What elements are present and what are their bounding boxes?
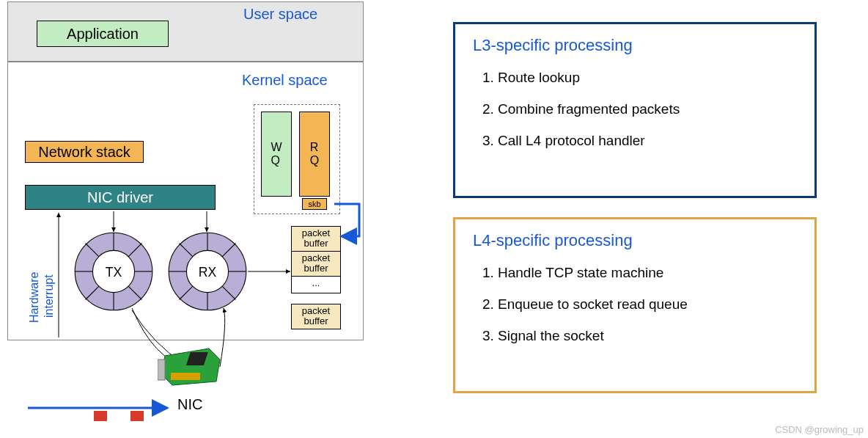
packet-buffer-ellipsis: ... (291, 276, 341, 293)
nic-icon (158, 345, 224, 389)
l3-item: Call L4 protocol handler (498, 125, 814, 157)
user-space-label: User space (243, 6, 317, 23)
svg-text:TX: TX (106, 265, 122, 280)
l4-panel: L4-specific processing Handle TCP state … (453, 217, 817, 393)
nic-label: NIC (177, 396, 202, 413)
l3-title: L3-specific processing (473, 36, 797, 55)
network-diagram: User space Application Kernel space Netw… (7, 0, 367, 426)
svg-rect-28 (130, 411, 144, 421)
skb-box: skb (302, 198, 327, 210)
rx-ring: RX (167, 231, 248, 312)
kernel-space-label: Kernel space (242, 72, 328, 89)
svg-text:RX: RX (199, 265, 217, 280)
application-box: Application (37, 21, 169, 47)
l3-panel: L3-specific processing Route lookup Comb… (453, 22, 817, 198)
l4-title: L4-specific processing (473, 231, 797, 250)
packet-buffer-2: packet buffer (291, 251, 341, 277)
l4-item: Enqueue to socket read queue (498, 289, 814, 321)
hardware-interrupt-label-1: Hardware (28, 235, 41, 323)
l4-item: Handle TCP state machine (498, 258, 814, 289)
read-queue: R Q (299, 112, 330, 197)
watermark: CSDN @growing_up (775, 424, 864, 435)
l4-item: Signal the socket (498, 321, 814, 352)
tx-ring: TX (73, 231, 154, 312)
l3-item: Combine fragmented packets (498, 94, 814, 125)
packet-buffer-4: packet buffer (291, 304, 341, 329)
nic-driver-box: NIC driver (25, 185, 216, 210)
packet-buffer-1: packet buffer (291, 226, 341, 252)
network-stack-box: Network stack (25, 141, 144, 163)
write-queue: W Q (261, 112, 292, 197)
svg-rect-31 (171, 373, 200, 380)
l3-list: Route lookup Combine fragmented packets … (455, 62, 814, 156)
l4-list: Handle TCP state machine Enqueue to sock… (455, 258, 814, 351)
svg-rect-27 (94, 411, 107, 421)
hardware-interrupt-label-2: interrupt (43, 241, 56, 318)
svg-rect-32 (158, 359, 165, 380)
l3-item: Route lookup (498, 62, 814, 94)
